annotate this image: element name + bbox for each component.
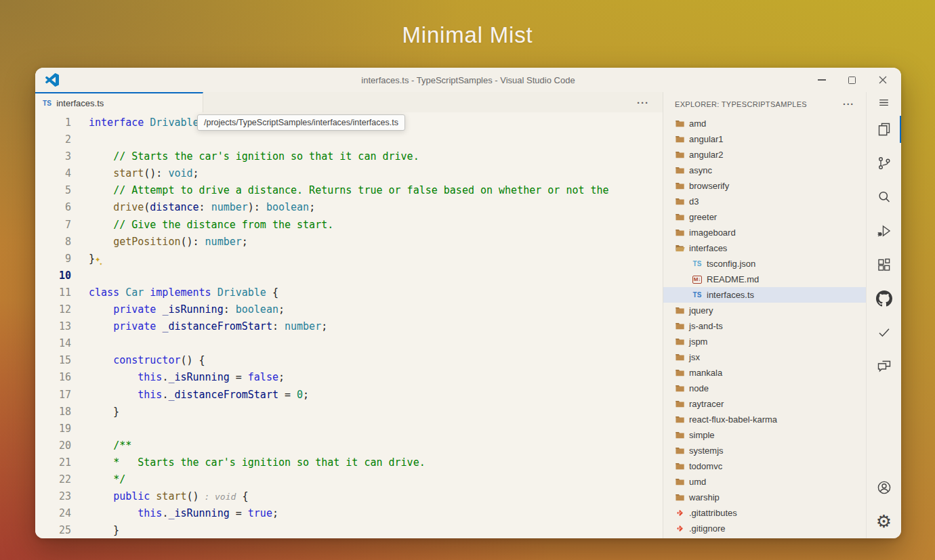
sparkle-icon[interactable]: ✦ <box>95 253 102 264</box>
close-button[interactable] <box>867 68 898 92</box>
tree-item-node[interactable]: node <box>663 381 866 396</box>
tree-item-interfaces-ts[interactable]: TSinterfaces.ts <box>663 287 866 303</box>
line-number[interactable]: 16 <box>35 369 71 386</box>
tree-item-angular2[interactable]: angular2 <box>663 147 866 163</box>
line-number[interactable]: 1 <box>35 114 71 131</box>
typescript-icon: TS <box>43 100 51 107</box>
line-number[interactable]: 13 <box>35 318 71 335</box>
maximize-button[interactable] <box>837 68 867 92</box>
tree-item-gitattributes[interactable]: .gitattributes <box>663 505 866 521</box>
tree-item-browserify[interactable]: browserify <box>663 178 866 194</box>
line-number[interactable]: 15 <box>35 352 71 369</box>
markdown-icon: M↓ <box>692 274 703 285</box>
line-number[interactable]: 10 <box>35 267 71 284</box>
extensions-button[interactable] <box>867 248 901 282</box>
line-number[interactable]: 17 <box>35 387 71 404</box>
code-line-18: 18 } <box>35 404 663 421</box>
explorer-header: EXPLORER: TYPESCRIPTSAMPLES ··· <box>663 92 866 116</box>
editor-area: TS interfaces.ts ··· 1interface Drivable… <box>35 92 663 538</box>
tree-item-d3[interactable]: d3 <box>663 194 866 209</box>
tree-item-label: umd <box>689 477 706 487</box>
search-button[interactable] <box>867 180 901 214</box>
tree-item-imageboard[interactable]: imageboard <box>663 225 866 240</box>
tree-item-todomvc[interactable]: todomvc <box>663 458 866 474</box>
explorer-title: EXPLORER: TYPESCRIPTSAMPLES <box>675 100 807 108</box>
tree-item-label: todomvc <box>689 461 722 471</box>
tree-item-readme-md[interactable]: M↓README.md <box>663 272 866 287</box>
line-number[interactable]: 5 <box>35 182 71 199</box>
account-button[interactable] <box>867 471 901 504</box>
settings-gear-button[interactable]: ⚙ <box>867 504 901 538</box>
tree-item-jsx[interactable]: jsx <box>663 349 866 365</box>
explorer-actions-button[interactable]: ··· <box>843 99 854 110</box>
code-editor[interactable]: 1interface Drivable {23 // Starts the ca… <box>35 112 663 538</box>
tree-item-warship[interactable]: warship <box>663 490 866 505</box>
line-number[interactable]: 18 <box>35 404 71 421</box>
line-number[interactable]: 11 <box>35 284 71 301</box>
folder-icon <box>674 352 685 363</box>
line-number[interactable]: 23 <box>35 488 71 505</box>
line-number[interactable]: 22 <box>35 471 71 488</box>
github-icon <box>876 290 892 307</box>
tree-item-label: d3 <box>689 196 699 207</box>
run-debug-button[interactable] <box>867 214 901 248</box>
tree-item-angular1[interactable]: angular1 <box>663 131 866 147</box>
tree-item-async[interactable]: async <box>663 163 866 178</box>
tree-item-amd[interactable]: amd <box>663 116 866 131</box>
line-number[interactable]: 20 <box>35 437 71 454</box>
tree-item-js-and-ts[interactable]: js-and-ts <box>663 318 866 334</box>
line-number[interactable]: 12 <box>35 301 71 318</box>
github-button[interactable] <box>867 282 901 316</box>
tree-item-label: react-flux-babel-karma <box>689 414 777 425</box>
line-number[interactable]: 8 <box>35 234 71 251</box>
line-number[interactable]: 7 <box>35 217 71 234</box>
comments-icon <box>876 358 892 374</box>
tree-item-raytracer[interactable]: raytracer <box>663 396 866 412</box>
tree-item-react-flux-babel-karma[interactable]: react-flux-babel-karma <box>663 412 866 427</box>
activity-bar: ⚙ <box>866 92 901 538</box>
folder-icon <box>674 150 685 160</box>
line-number[interactable]: 4 <box>35 165 71 182</box>
menu-button[interactable] <box>867 92 901 112</box>
tree-item-label: jspm <box>689 337 707 347</box>
explorer-button[interactable] <box>867 112 901 146</box>
line-number[interactable]: 9 <box>35 251 71 267</box>
line-number[interactable]: 6 <box>35 199 71 216</box>
comments-button[interactable] <box>867 349 901 383</box>
line-number[interactable]: 21 <box>35 454 71 471</box>
tree-item-label: greeter <box>689 212 717 222</box>
tree-item-jquery[interactable]: jquery <box>663 303 866 318</box>
line-number[interactable]: 3 <box>35 148 71 165</box>
line-number[interactable]: 19 <box>35 421 71 437</box>
tree-item-mankala[interactable]: mankala <box>663 365 866 381</box>
tab-bar: TS interfaces.ts ··· <box>35 92 663 112</box>
code-line-20: 20 /** <box>35 437 663 454</box>
tree-item-tsconfig-json[interactable]: TStsconfig.json <box>663 256 866 272</box>
folder-icon <box>674 383 685 394</box>
explorer-icon <box>876 121 892 137</box>
tree-item-interfaces[interactable]: interfaces <box>663 240 866 256</box>
editor-actions-button[interactable]: ··· <box>637 92 663 112</box>
tree-item-umd[interactable]: umd <box>663 474 866 490</box>
check-button[interactable] <box>867 316 901 349</box>
code-line-23: 23 public start() : void { <box>35 488 663 505</box>
tree-item-label: .gitignore <box>689 523 725 534</box>
tree-item-gitignore[interactable]: .gitignore <box>663 521 866 536</box>
tree-item-greeter[interactable]: greeter <box>663 209 866 225</box>
tree-item-label: angular1 <box>689 134 724 144</box>
tree-item-systemjs[interactable]: systemjs <box>663 443 866 458</box>
line-number[interactable]: 24 <box>35 505 71 522</box>
code-line-3: 3 // Starts the car's ignition so that i… <box>35 148 663 165</box>
line-number[interactable]: 14 <box>35 335 71 352</box>
source-control-icon <box>876 155 892 171</box>
line-number[interactable]: 2 <box>35 131 71 148</box>
tree-item-simple[interactable]: simple <box>663 427 866 443</box>
code-line-7: 7 // Give the distance from the start. <box>35 217 663 234</box>
tree-item-jspm[interactable]: jspm <box>663 334 866 349</box>
minimize-button[interactable] <box>806 68 837 92</box>
code-line-16: 16 this._isRunning = false; <box>35 369 663 386</box>
line-number[interactable]: 25 <box>35 522 71 538</box>
tab-interfaces-ts[interactable]: TS interfaces.ts <box>35 92 203 112</box>
git-icon <box>674 523 685 534</box>
source-control-button[interactable] <box>867 146 901 180</box>
